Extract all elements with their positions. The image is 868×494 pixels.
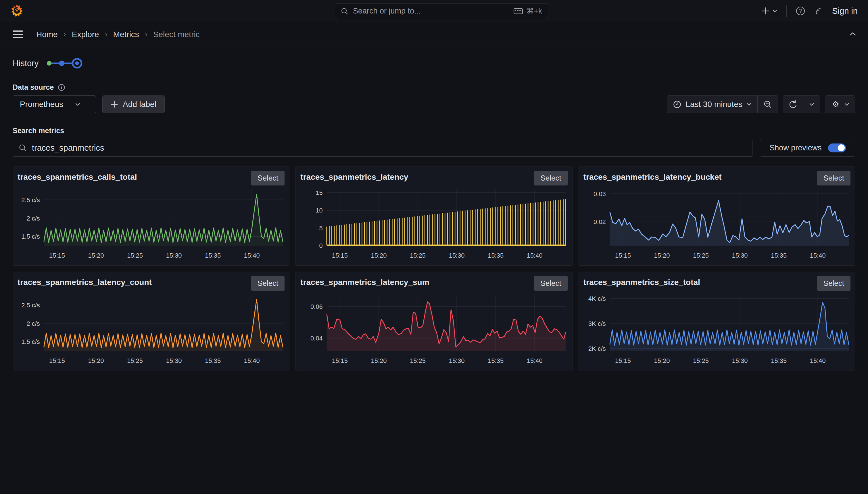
- time-range-picker[interactable]: Last 30 minutes: [667, 95, 757, 113]
- shortcut-hint: ⌘+k: [513, 6, 542, 16]
- help-icon: ?: [795, 6, 806, 16]
- add-label-button[interactable]: Add label: [102, 95, 165, 113]
- breadcrumb-explore[interactable]: Explore: [72, 30, 99, 39]
- timeseries-chart: 15:1515:2015:2515:3015:3515:400.040.06: [300, 292, 567, 370]
- metric-panels-grid: traces_spanmetrics_calls_total Select 15…: [13, 167, 855, 371]
- news-button[interactable]: [814, 6, 824, 16]
- svg-text:15:40: 15:40: [527, 357, 542, 364]
- svg-text:15:15: 15:15: [49, 357, 65, 364]
- refresh-interval-dropdown[interactable]: [803, 95, 820, 113]
- svg-text:1.5 c/s: 1.5 c/s: [21, 233, 40, 240]
- zoom-out-icon: [763, 100, 772, 109]
- datasource-label-row: Data source: [13, 83, 855, 92]
- search-metrics-label: Search metrics: [13, 127, 855, 135]
- svg-text:15:15: 15:15: [615, 357, 631, 364]
- svg-text:15:25: 15:25: [693, 252, 709, 259]
- panel-title: traces_spanmetrics_latency_count: [18, 276, 152, 287]
- panel-latency: traces_spanmetrics_latency Select 15:151…: [295, 167, 572, 266]
- svg-text:⚙: ⚙: [832, 100, 839, 109]
- svg-text:15:35: 15:35: [205, 252, 221, 259]
- svg-text:15:40: 15:40: [527, 252, 542, 259]
- global-search-input[interactable]: Search or jump to... ⌘+k: [335, 3, 548, 19]
- svg-text:1.5 c/s: 1.5 c/s: [21, 338, 40, 345]
- history-steps[interactable]: [46, 56, 83, 71]
- settings-button[interactable]: ⚙: [825, 95, 855, 113]
- svg-text:15:40: 15:40: [244, 252, 260, 259]
- datasource-controls: Prometheus Add label Last 30 minutes: [13, 95, 855, 113]
- search-metrics-input[interactable]: traces_spanmetrics: [13, 139, 752, 157]
- chevron-down-icon: [809, 102, 814, 107]
- search-icon: [19, 144, 27, 152]
- help-button[interactable]: ?: [795, 6, 806, 16]
- new-menu-button[interactable]: [762, 6, 777, 15]
- panel-title: traces_spanmetrics_latency_bucket: [584, 171, 722, 182]
- svg-text:2 c/s: 2 c/s: [26, 215, 40, 222]
- chevron-down-icon: [75, 102, 80, 107]
- select-metric-button[interactable]: Select: [251, 276, 284, 291]
- collapse-chevron-up-icon[interactable]: [849, 31, 856, 37]
- svg-text:2 c/s: 2 c/s: [26, 320, 40, 327]
- svg-text:15:40: 15:40: [244, 357, 260, 364]
- datasource-label: Data source: [13, 83, 54, 92]
- svg-text:0: 0: [319, 242, 323, 249]
- search-metrics-value: traces_spanmetrics: [32, 143, 104, 153]
- select-metric-button[interactable]: Select: [534, 276, 567, 291]
- svg-text:15: 15: [316, 189, 323, 196]
- show-previews-label: Show previews: [769, 144, 822, 152]
- top-bar: Search or jump to... ⌘+k ? Sign in: [0, 0, 868, 22]
- gear-icon: ⚙: [831, 100, 840, 109]
- svg-text:?: ?: [799, 8, 802, 14]
- panel-title: traces_spanmetrics_latency: [300, 171, 408, 182]
- time-range-value: Last 30 minutes: [686, 100, 743, 109]
- svg-text:15:20: 15:20: [654, 252, 670, 259]
- timeseries-chart: 15:1515:2015:2515:3015:3515:400.020.03: [584, 187, 850, 265]
- zoom-out-button[interactable]: [757, 95, 778, 113]
- refresh-button[interactable]: [783, 95, 803, 113]
- svg-text:0.04: 0.04: [310, 335, 323, 342]
- panel-latency-sum: traces_spanmetrics_latency_sum Select 15…: [295, 272, 572, 371]
- clock-icon: [673, 100, 682, 109]
- sign-in-link[interactable]: Sign in: [832, 6, 857, 16]
- hamburger-menu-button[interactable]: [12, 29, 24, 40]
- svg-text:15:15: 15:15: [332, 252, 348, 259]
- select-metric-button[interactable]: Select: [817, 276, 850, 291]
- breadcrumb: Home › Explore › Metrics › Select metric: [36, 30, 200, 39]
- topbar-actions: ? Sign in: [762, 5, 857, 17]
- svg-text:15:30: 15:30: [732, 252, 748, 259]
- refresh-icon: [789, 100, 797, 109]
- grafana-logo[interactable]: [11, 4, 24, 18]
- panel-latency-count: traces_spanmetrics_latency_count Select …: [13, 272, 290, 371]
- search-placeholder: Search or jump to...: [353, 6, 421, 16]
- panel-latency-bucket: traces_spanmetrics_latency_bucket Select…: [578, 167, 855, 266]
- timeseries-chart: 15:1515:2015:2515:3015:3515:401.5 c/s2 c…: [18, 292, 284, 370]
- svg-text:15:30: 15:30: [732, 357, 748, 364]
- svg-text:15:35: 15:35: [205, 357, 221, 364]
- breadcrumb-home[interactable]: Home: [36, 30, 58, 39]
- svg-text:15:20: 15:20: [88, 357, 104, 364]
- breadcrumb-bar: Home › Explore › Metrics › Select metric: [0, 22, 868, 47]
- info-icon[interactable]: [58, 84, 65, 91]
- show-previews-toggle[interactable]: [828, 144, 846, 152]
- datasource-picker[interactable]: Prometheus: [13, 95, 96, 113]
- select-metric-button[interactable]: Select: [534, 171, 567, 186]
- breadcrumb-metrics[interactable]: Metrics: [113, 30, 139, 39]
- select-metric-button[interactable]: Select: [251, 171, 284, 186]
- breadcrumb-select-metric: Select metric: [153, 30, 200, 39]
- svg-text:10: 10: [316, 207, 323, 214]
- history-row: History: [13, 56, 855, 71]
- svg-text:3K c/s: 3K c/s: [588, 320, 606, 327]
- history-label: History: [13, 59, 39, 68]
- search-row: traces_spanmetrics Show previews: [13, 139, 855, 157]
- select-metric-button[interactable]: Select: [817, 171, 850, 186]
- svg-text:15:25: 15:25: [127, 357, 143, 364]
- svg-text:2.5 c/s: 2.5 c/s: [21, 302, 40, 309]
- svg-text:15:25: 15:25: [127, 252, 143, 259]
- svg-text:15:30: 15:30: [449, 252, 465, 259]
- chevron-down-icon: [844, 102, 849, 107]
- panel-title: traces_spanmetrics_calls_total: [18, 171, 137, 182]
- timeseries-chart: 15:1515:2015:2515:3015:3515:40051015: [300, 187, 567, 265]
- svg-text:15:15: 15:15: [615, 252, 631, 259]
- panel-title: traces_spanmetrics_size_total: [584, 276, 700, 287]
- svg-text:15:15: 15:15: [332, 357, 348, 364]
- svg-text:15:40: 15:40: [810, 252, 826, 259]
